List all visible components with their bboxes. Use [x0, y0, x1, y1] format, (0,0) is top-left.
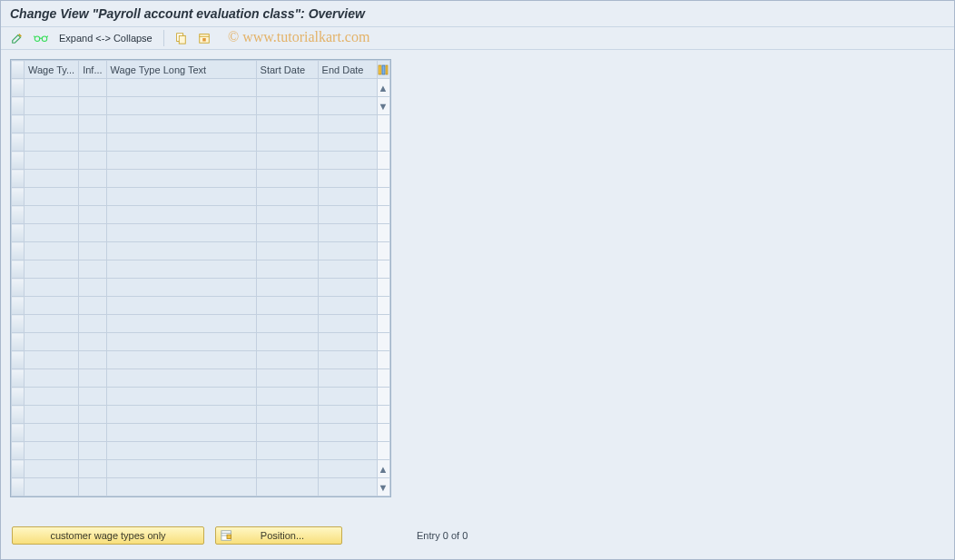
cell-long-text[interactable] [106, 315, 256, 333]
row-selector[interactable] [12, 152, 25, 170]
cell-inf[interactable] [79, 224, 106, 242]
cell-inf[interactable] [79, 478, 106, 496]
row-selector[interactable] [12, 351, 25, 369]
cell-end-date[interactable] [318, 315, 377, 333]
scroll-up-to-bottom-icon[interactable]: ▲ [379, 464, 389, 475]
cell-long-text[interactable] [106, 224, 256, 242]
row-selector[interactable] [12, 406, 25, 424]
cell-long-text[interactable] [106, 424, 256, 442]
cell-start-date[interactable] [256, 260, 318, 279]
cell-long-text[interactable] [106, 188, 256, 206]
cell-start-date[interactable] [256, 188, 318, 206]
cell-long-text[interactable] [106, 460, 256, 478]
cell-wage-type[interactable] [25, 388, 79, 406]
cell-end-date[interactable] [318, 206, 377, 224]
cell-long-text[interactable] [106, 170, 256, 188]
cell-end-date[interactable] [318, 442, 377, 460]
cell-start-date[interactable] [256, 79, 318, 97]
scrollbar-track[interactable]: ▼ [377, 478, 389, 496]
cell-inf[interactable] [79, 242, 106, 260]
row-selector[interactable] [12, 388, 25, 406]
cell-wage-type[interactable] [25, 460, 79, 478]
position-button[interactable]: Position... [215, 526, 342, 545]
cell-wage-type[interactable] [25, 260, 79, 279]
cell-start-date[interactable] [256, 242, 318, 260]
cell-end-date[interactable] [318, 369, 377, 388]
table-row[interactable] [12, 224, 390, 242]
cell-long-text[interactable] [106, 369, 256, 388]
cell-end-date[interactable] [318, 170, 377, 188]
cell-start-date[interactable] [256, 315, 318, 333]
cell-end-date[interactable] [318, 351, 377, 369]
cell-inf[interactable] [79, 260, 106, 279]
cell-long-text[interactable] [106, 279, 256, 297]
cell-wage-type[interactable] [25, 333, 79, 351]
row-selector[interactable] [12, 97, 25, 115]
cell-inf[interactable] [79, 206, 106, 224]
cell-inf[interactable] [79, 442, 106, 460]
cell-inf[interactable] [79, 460, 106, 478]
cell-wage-type[interactable] [25, 424, 79, 442]
table-row[interactable] [12, 260, 390, 279]
cell-end-date[interactable] [318, 242, 377, 260]
table-row[interactable] [12, 442, 390, 460]
table-row[interactable] [12, 333, 390, 351]
customer-wage-types-button[interactable]: customer wage types only [12, 526, 204, 545]
cell-inf[interactable] [79, 424, 106, 442]
cell-start-date[interactable] [256, 224, 318, 242]
cell-start-date[interactable] [256, 406, 318, 424]
row-selector[interactable] [12, 442, 25, 460]
table-row[interactable] [12, 242, 390, 260]
cell-start-date[interactable] [256, 442, 318, 460]
table-row[interactable] [12, 133, 390, 152]
cell-end-date[interactable] [318, 406, 377, 424]
table-row[interactable] [12, 406, 390, 424]
cell-wage-type[interactable] [25, 242, 79, 260]
change-icon[interactable] [8, 29, 26, 47]
cell-end-date[interactable] [318, 460, 377, 478]
scroll-up-icon[interactable]: ▲ [379, 83, 389, 93]
cell-long-text[interactable] [106, 388, 256, 406]
cell-long-text[interactable] [106, 442, 256, 460]
cell-start-date[interactable] [256, 133, 318, 152]
cell-wage-type[interactable] [25, 279, 79, 297]
row-selector[interactable] [12, 170, 25, 188]
cell-start-date[interactable] [256, 460, 318, 478]
row-selector[interactable] [12, 369, 25, 388]
cell-end-date[interactable] [318, 333, 377, 351]
cell-start-date[interactable] [256, 351, 318, 369]
cell-inf[interactable] [79, 79, 106, 97]
cell-wage-type[interactable] [25, 351, 79, 369]
cell-inf[interactable] [79, 315, 106, 333]
cell-wage-type[interactable] [25, 170, 79, 188]
cell-long-text[interactable] [106, 206, 256, 224]
cell-end-date[interactable] [318, 115, 377, 133]
row-selector[interactable] [12, 460, 25, 478]
cell-long-text[interactable] [106, 406, 256, 424]
scrollbar-track[interactable] [377, 115, 389, 133]
cell-inf[interactable] [79, 133, 106, 152]
cell-long-text[interactable] [106, 115, 256, 133]
row-selector[interactable] [12, 188, 25, 206]
cell-end-date[interactable] [318, 97, 377, 115]
scroll-down-to-top-icon[interactable]: ▼ [379, 101, 389, 112]
cell-end-date[interactable] [318, 224, 377, 242]
cell-inf[interactable] [79, 152, 106, 170]
cell-wage-type[interactable] [25, 406, 79, 424]
table-row[interactable] [12, 297, 390, 315]
cell-wage-type[interactable] [25, 442, 79, 460]
scrollbar-track[interactable] [377, 152, 389, 170]
cell-end-date[interactable] [318, 424, 377, 442]
table-row[interactable] [12, 369, 390, 388]
row-selector[interactable] [12, 478, 25, 496]
header-rowselector[interactable] [12, 61, 25, 79]
scrollbar-track[interactable] [377, 133, 389, 152]
table-row[interactable] [12, 388, 390, 406]
cell-start-date[interactable] [256, 297, 318, 315]
cell-long-text[interactable] [106, 351, 256, 369]
row-selector[interactable] [12, 224, 25, 242]
table-row[interactable] [12, 351, 390, 369]
cell-end-date[interactable] [318, 297, 377, 315]
table-row[interactable] [12, 152, 390, 170]
scrollbar-track[interactable] [377, 170, 389, 188]
